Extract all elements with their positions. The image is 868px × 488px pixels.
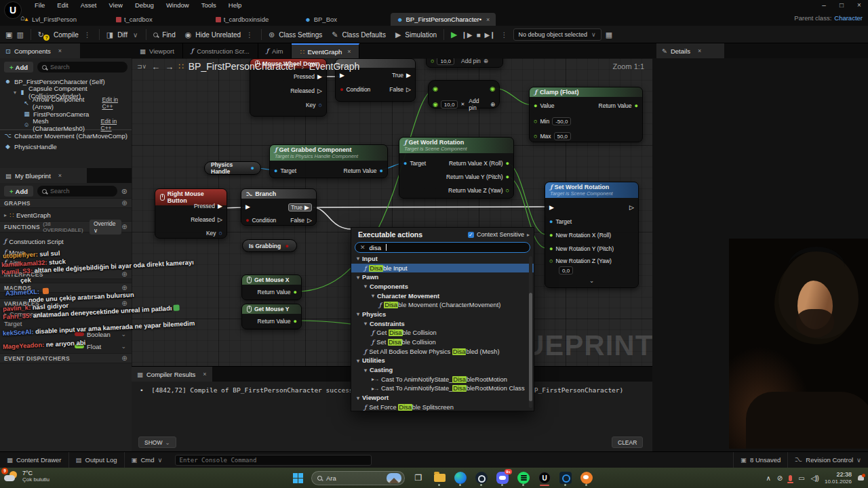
menu-item-input[interactable]: ▾Input bbox=[351, 254, 534, 264]
play-options-icon[interactable]: ⋮ bbox=[501, 31, 508, 39]
caret-down-icon[interactable]: ▾ bbox=[364, 321, 367, 327]
eye-closed-icon[interactable]: ⌄ bbox=[121, 331, 126, 338]
variable-category-target[interactable]: Target bbox=[0, 318, 132, 329]
menu-item-set-all-bodies-below-physics-disabled-mesh[interactable]: ƒSet All Bodies Below Physics Disabled (… bbox=[351, 347, 534, 357]
context-sensitive-checkbox[interactable]: ✓Context Sensitive▸ bbox=[468, 231, 530, 238]
hide-unrelated-options-icon[interactable]: ⋮ bbox=[246, 31, 253, 39]
close-icon[interactable]: × bbox=[58, 47, 62, 54]
node-multiply-top[interactable]: ○10,0Add pin⊕ bbox=[426, 58, 503, 68]
taskbar-clock[interactable]: 22:3810.01.2026 bbox=[825, 471, 852, 485]
add-blueprint-item-button[interactable]: +Add bbox=[4, 186, 33, 197]
tab-compiler-results[interactable]: ▦ Compiler Results× bbox=[132, 367, 212, 382]
menu-item-asset[interactable]: Asset bbox=[75, 1, 103, 9]
minimize-button[interactable]: – bbox=[815, 1, 833, 9]
caret-down-icon[interactable]: ▾ bbox=[364, 283, 367, 289]
caret-down-icon[interactable]: ▾ bbox=[357, 274, 359, 281]
add-component-button[interactable]: +Add bbox=[4, 62, 33, 73]
graph-tab-viewport[interactable]: ▦Viewport bbox=[132, 43, 183, 58]
hide-unrelated-button[interactable]: Hide Unrelated bbox=[195, 31, 241, 39]
node-get-mouse-x[interactable]: Get Mouse X Return Value● bbox=[241, 274, 302, 300]
float-pin[interactable]: ● bbox=[549, 245, 553, 252]
menu-item-set-force-disable-splitscreen[interactable]: ƒSet Force Disable Splitscreen bbox=[351, 403, 534, 411]
add-dispatcher-icon[interactable]: ⊕ bbox=[121, 354, 127, 362]
tab-components[interactable]: ⊡ Components× bbox=[0, 43, 80, 58]
menu-item-file[interactable]: File bbox=[28, 1, 51, 9]
menu-item-components[interactable]: ▾Components bbox=[351, 282, 534, 291]
add-function-icon[interactable]: ⊕ bbox=[121, 223, 127, 230]
variable-row-float[interactable]: Float⌄ bbox=[0, 341, 132, 352]
bookmark-icon[interactable]: ⊐∨ bbox=[137, 63, 146, 70]
add-interface-icon[interactable]: ⊕ bbox=[121, 270, 127, 278]
override-dropdown[interactable]: Override ∨ bbox=[90, 220, 121, 235]
float-pin[interactable]: ○ bbox=[534, 133, 537, 140]
float-pin[interactable]: ● bbox=[635, 102, 638, 109]
nav-forward-icon[interactable]: → bbox=[165, 62, 174, 72]
tray-expand-icon[interactable]: ∧ bbox=[766, 474, 770, 482]
graphs-header[interactable]: GRAPHS⊕ bbox=[0, 198, 132, 208]
exec-pin[interactable]: ▷ bbox=[629, 204, 634, 211]
output-log-button[interactable]: ▤Output Log bbox=[69, 452, 125, 468]
close-icon[interactable]: × bbox=[58, 172, 62, 179]
functions-header[interactable]: FUNCTIONS(38 OVERRIDABLE) Override ∨ ⊕ bbox=[0, 221, 132, 232]
menu-item-view[interactable]: View bbox=[102, 1, 128, 9]
app-blender[interactable] bbox=[579, 470, 594, 486]
debug-object-select[interactable]: No debug object selected∨ bbox=[513, 28, 601, 41]
float-pin[interactable]: ○ bbox=[506, 187, 509, 194]
add-macro-icon[interactable]: ⊕ bbox=[121, 284, 127, 291]
float-pin[interactable]: ● bbox=[294, 289, 297, 296]
bool-pin[interactable]: ● bbox=[285, 243, 288, 249]
app-discord[interactable]: 9+ bbox=[495, 470, 510, 486]
compile-button[interactable]: Compile bbox=[54, 31, 79, 39]
close-icon[interactable]: × bbox=[486, 16, 490, 23]
unsaved-indicator[interactable]: ▣8 Unsaved bbox=[733, 452, 787, 468]
menu-item-character-movement[interactable]: ▾Character Movement bbox=[351, 291, 534, 301]
menu-item-window[interactable]: Window bbox=[160, 1, 195, 9]
graph-tab-eventgraph[interactable]: ∷EventGraph× bbox=[292, 43, 359, 58]
revision-control-button[interactable]: ⌥Revision Control∨ bbox=[787, 452, 868, 468]
screen-cast-off-icon[interactable]: ⊘ bbox=[777, 474, 783, 482]
device-icon[interactable]: ▭ bbox=[798, 474, 804, 482]
caret-down-icon[interactable]: ▾ bbox=[357, 358, 359, 364]
exec-pin[interactable]: ▶ bbox=[317, 73, 322, 80]
asset-tab-lvl-firstperson[interactable]: ▲Lvl_FirstPerson bbox=[18, 13, 83, 26]
float-pin[interactable]: ○ bbox=[431, 58, 434, 64]
asset-tab-t-cardboxinside[interactable]: t_cardboxinside bbox=[210, 13, 275, 26]
component-row-mesh-charactermesh0[interactable]: ☺Mesh (CharacterMesh0)Edit in C++ bbox=[0, 119, 132, 130]
weather-widget[interactable]: 9 7°CÇok bulutlu bbox=[4, 470, 50, 483]
menu-item-disable-movement-charactermovement[interactable]: ƒDisable Movement (CharacterMovement) bbox=[351, 300, 534, 310]
node-multiply[interactable]: ◉ ◉ ◉10,0✕Add pin⊕ bbox=[428, 80, 500, 108]
speaker-icon[interactable]: ◁)) bbox=[811, 474, 818, 482]
clear-search-icon[interactable]: ✕ bbox=[360, 244, 366, 251]
sidebar-item-aim[interactable]: ƒAim bbox=[0, 257, 132, 268]
graph-tab-construction-scr[interactable]: ƒConstruction Scr... bbox=[183, 43, 258, 58]
add-pin-icon[interactable]: ⊕ bbox=[490, 101, 495, 108]
nav-back-icon[interactable]: ← bbox=[151, 62, 160, 72]
menu-item-constraints[interactable]: ▾Constraints bbox=[351, 319, 534, 329]
gear-icon[interactable]: ⊛ bbox=[121, 187, 127, 196]
menu-item-cast-to-animnotifystate-disablerootmotion[interactable]: ▸→Cast To AnimNotifyState_DisableRootMot… bbox=[351, 375, 534, 384]
taskbar-search[interactable]: Ara bbox=[311, 471, 405, 485]
context-menu-search-input[interactable]: ✕ disa bbox=[355, 242, 530, 253]
float-pin[interactable]: ● bbox=[506, 160, 509, 167]
start-button[interactable] bbox=[290, 470, 305, 486]
notification-bell-icon[interactable] bbox=[858, 475, 864, 481]
parent-class-value[interactable]: Character bbox=[834, 14, 863, 22]
float-pin[interactable]: ◉ bbox=[433, 101, 438, 108]
caret-down-icon[interactable]: ▾ bbox=[364, 367, 367, 373]
float-pin[interactable]: ● bbox=[294, 318, 297, 325]
menu-item-physics[interactable]: ▾Physics bbox=[351, 310, 534, 319]
console-command-input[interactable] bbox=[175, 455, 372, 466]
node-set-world-rotation[interactable]: ƒ Set World RotationTarget is Scene Comp… bbox=[545, 182, 639, 288]
interfaces-header[interactable]: INTERFACES⊕ bbox=[0, 269, 132, 279]
sidebar-item-eventgraph[interactable]: ▸∷EventGraph bbox=[0, 209, 132, 220]
app-blue[interactable] bbox=[558, 470, 573, 486]
exec-pin[interactable]: ▷ bbox=[406, 86, 411, 93]
component-row-physicshandle[interactable]: ◆PhysicsHandle bbox=[0, 141, 132, 152]
find-button[interactable]: Find bbox=[162, 31, 175, 39]
caret-down-icon[interactable]: ▾ bbox=[372, 293, 374, 299]
add-variable-icon[interactable]: ⊕ bbox=[121, 300, 127, 307]
menu-item-edit[interactable]: Edit bbox=[51, 1, 74, 9]
menu-item-tools[interactable]: Tools bbox=[195, 1, 222, 9]
class-settings-button[interactable]: Class Settings bbox=[279, 31, 322, 39]
show-filter-button[interactable]: SHOW⌄ bbox=[138, 436, 176, 448]
